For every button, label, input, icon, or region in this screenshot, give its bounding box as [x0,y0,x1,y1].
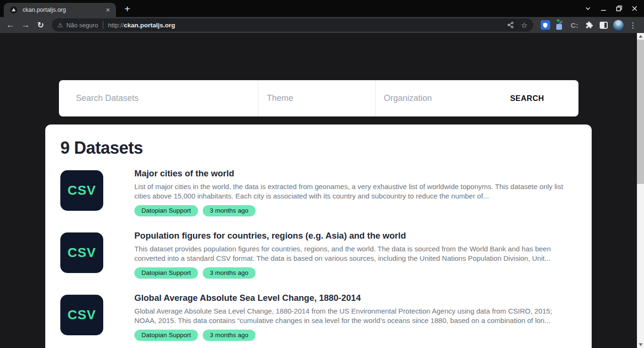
reload-icon[interactable]: ↻ [33,18,48,32]
theme-input[interactable] [267,93,375,103]
browser-toolbar: ← → ↻ ⚠ Não seguro http:// ckan.portaljs… [0,17,644,33]
url-domain: ckan.portaljs.org [124,22,175,29]
tab-strip: ckan.portaljs.org × + [0,0,644,17]
search-button[interactable]: SEARCH [510,94,544,103]
dataset-row: CSV Major cities of the world List of ma… [60,170,576,216]
updated-badge: 3 months ago [203,267,256,279]
page-viewport: SEARCH 9 Datasets CSV Major cities of th… [0,33,637,348]
browser-menu-icon[interactable]: ⋮ [626,18,640,32]
eyedropper-extension-icon[interactable] [553,18,567,32]
csv-format-icon: CSV [60,295,103,335]
datasets-panel: 9 Datasets CSV Major cities of the world… [45,124,592,348]
scrollbar-down-arrow-icon[interactable] [637,341,644,348]
updated-badge: 3 months ago [203,205,256,216]
organization-input[interactable] [384,93,476,103]
dataset-title-link[interactable]: Population figures for countries, region… [134,231,576,241]
forward-icon[interactable]: → [18,18,33,32]
search-button-cell: SEARCH [476,80,578,116]
scrollbar-up-arrow-icon[interactable] [637,33,644,40]
address-divider [103,21,103,29]
new-tab-button[interactable]: + [121,3,134,16]
results-count-heading: 9 Datasets [60,138,576,158]
tab-title: ckan.portaljs.org [23,7,104,13]
browser-window: ckan.portaljs.org × + ← → ↻ ⚠ Não seguro [0,0,644,348]
scrollbar-thumb[interactable] [637,40,644,184]
window-minimize-icon[interactable] [597,2,610,15]
organization-cell [375,80,476,116]
dataset-description: List of major cities in the world, the d… [134,182,576,201]
org-badge: Datopian Support [134,205,198,216]
dataset-title-link[interactable]: Global Average Absolute Sea Level Change… [134,293,576,303]
org-badge: Datopian Support [134,267,198,279]
bitwarden-extension-icon[interactable] [538,18,553,32]
not-secure-warning-icon[interactable]: ⚠ [58,22,63,29]
profile-avatar[interactable] [611,18,626,32]
dataset-list: CSV Major cities of the world List of ma… [60,170,576,348]
dataset-row: CSV Population figures for countries, re… [60,232,576,279]
search-panel: SEARCH [59,80,578,116]
dataset-row: CSV Global Average Absolute Sea Level Ch… [60,295,576,341]
share-icon[interactable] [507,21,514,29]
security-label: Não seguro [66,22,98,29]
page-scrollbar[interactable] [637,33,644,348]
csv-format-icon: CSV [60,170,103,211]
dataset-title-link[interactable]: Major cities of the world [134,168,576,179]
url-scheme: http:// [108,22,124,29]
window-restore-icon[interactable] [612,2,626,15]
tab-close-icon[interactable]: × [104,6,112,14]
dataset-description: Global Average Absolute Sea Level Change… [134,307,576,325]
colorzilla-extension-icon[interactable]: C: [567,18,582,32]
extensions-puzzle-icon[interactable] [582,18,596,32]
window-controls [579,0,644,17]
search-datasets-input[interactable] [76,93,258,103]
browser-tab[interactable]: ckan.portaljs.org × [4,3,116,17]
address-bar[interactable]: ⚠ Não seguro http:// ckan.portaljs.org ☆ [52,18,533,32]
updated-badge: 3 months ago [203,330,256,341]
theme-cell [258,80,375,116]
bookmark-star-icon[interactable]: ☆ [521,21,528,30]
org-badge: Datopian Support [134,330,198,341]
dataset-description: This dataset provides population figures… [134,244,576,263]
search-cell [59,80,258,116]
window-close-icon[interactable] [628,2,641,15]
back-icon[interactable]: ← [3,18,18,32]
side-panel-icon[interactable] [596,18,611,32]
csv-format-icon: CSV [60,232,103,273]
site-favicon-icon [9,6,18,14]
window-menu-chevron-icon[interactable] [581,2,594,15]
